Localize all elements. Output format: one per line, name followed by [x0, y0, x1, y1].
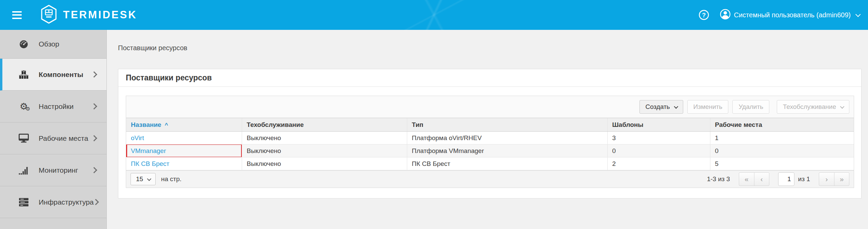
pagination: 1-3 из 3 « ‹ из 1 › » — [707, 172, 849, 186]
resource-providers-card: Поставщики ресурсов Создать Изменить Уда… — [118, 69, 862, 198]
main-content: Поставщики ресурсов Поставщики ресурсов … — [107, 30, 868, 229]
logo: TERMIDESK — [41, 5, 137, 25]
chevron-down-icon — [147, 176, 152, 181]
table-footer: 15 на стр. 1-3 из 3 « ‹ из 1 › — [126, 170, 854, 188]
first-page-button[interactable]: « — [739, 173, 754, 186]
last-page-button[interactable]: » — [834, 173, 849, 186]
sort-asc-icon: ^ — [165, 122, 168, 128]
table-row[interactable]: VMmanager Выключено Платформа VMmanager … — [126, 145, 854, 157]
chevron-right-icon — [91, 135, 97, 141]
cell-maintenance: Выключено — [242, 145, 407, 157]
chevron-right-icon — [93, 199, 99, 205]
cell-type: Платформа VMmanager — [407, 145, 607, 157]
delete-button[interactable]: Удалить — [732, 100, 769, 114]
edit-button[interactable]: Изменить — [687, 100, 729, 114]
provider-link[interactable]: VMmanager — [131, 147, 166, 154]
sidebar-item-overview[interactable]: Обзор — [0, 30, 106, 59]
user-menu[interactable]: Системный пользователь (admin609) — [719, 8, 859, 21]
sidebar-item-label: Мониторинг — [39, 166, 78, 174]
gears-icon: ⚙⚙ — [18, 102, 30, 111]
prev-page-button[interactable]: ‹ — [754, 173, 769, 186]
column-header-type[interactable]: Тип — [407, 118, 607, 132]
maintenance-button[interactable]: Техобслуживание — [777, 100, 849, 114]
sidebar-item-workplaces[interactable]: Рабочие места — [0, 122, 106, 154]
page-number-input[interactable] — [778, 172, 794, 186]
providers-table-panel: Создать Изменить Удалить Техобслуживание — [126, 96, 854, 188]
sidebar-item-label: Компоненты — [39, 71, 83, 79]
page-size-select[interactable]: 15 — [131, 173, 156, 185]
server-stack-icon — [18, 198, 30, 207]
of-pages-label: из 1 — [798, 175, 810, 183]
sidebar-item-components[interactable]: Компоненты — [0, 59, 106, 91]
table-header-row: Название^ Техобслуживание Тип Шаблоны Ра… — [126, 118, 854, 132]
range-label: 1-3 из 3 — [707, 175, 730, 183]
chevron-right-icon — [91, 167, 97, 173]
per-page-label: на стр. — [161, 175, 181, 183]
sidebar: Обзор Компоненты ⚙⚙ Настройки — [0, 30, 107, 229]
cell-templates: 2 — [607, 157, 710, 170]
desktop-icon — [18, 134, 30, 143]
chevron-down-icon — [674, 104, 678, 109]
sidebar-item-monitoring[interactable]: Мониторинг — [0, 154, 106, 186]
table-row[interactable]: ПК СВ Брест Выключено ПК СВ Брест 2 5 — [126, 157, 854, 170]
cell-templates: 0 — [607, 145, 710, 157]
cell-maintenance: Выключено — [242, 157, 407, 170]
cell-maintenance: Выключено — [242, 132, 407, 145]
menu-toggle-icon[interactable] — [12, 11, 22, 19]
cubes-icon — [18, 70, 30, 79]
card-header: Поставщики ресурсов — [118, 69, 861, 87]
cell-type: Платформа oVirt/RHEV — [407, 132, 607, 145]
sidebar-item-label: Обзор — [39, 40, 59, 48]
dashboard-icon — [18, 40, 30, 49]
user-name-label: Системный пользователь (admin609) — [734, 11, 851, 19]
cell-workplaces: 0 — [710, 145, 854, 157]
column-header-name[interactable]: Название^ — [126, 118, 242, 132]
user-avatar-icon — [719, 8, 731, 21]
provider-link[interactable]: ПК СВ Брест — [131, 160, 169, 167]
svg-text:?: ? — [702, 12, 706, 19]
top-header: TERMIDESK ? Системный пользователь (admi… — [0, 0, 868, 30]
create-button[interactable]: Создать — [639, 100, 683, 114]
logo-wordmark: TERMIDESK — [63, 9, 137, 21]
chevron-down-icon — [855, 12, 861, 17]
next-page-button[interactable]: › — [819, 173, 834, 186]
column-header-maintenance[interactable]: Техобслуживание — [242, 118, 407, 132]
card-title: Поставщики ресурсов — [126, 73, 212, 82]
chevron-right-icon — [91, 103, 97, 109]
column-header-workplaces[interactable]: Рабочие места — [710, 118, 854, 132]
sidebar-item-label: Инфраструктура — [39, 198, 94, 206]
cell-type: ПК СВ Брест — [407, 157, 607, 170]
breadcrumb: Поставщики ресурсов — [118, 44, 187, 52]
table-row[interactable]: oVirt Выключено Платформа oVirt/RHEV 3 1 — [126, 132, 854, 145]
sidebar-item-infrastructure[interactable]: Инфраструктура — [0, 186, 106, 218]
sidebar-item-label: Рабочие места — [39, 134, 88, 142]
sidebar-item-label: Настройки — [39, 102, 74, 111]
logo-hexagon-icon — [41, 5, 57, 25]
chevron-down-icon — [840, 104, 845, 109]
signal-bars-icon — [18, 166, 30, 175]
column-header-templates[interactable]: Шаблоны — [607, 118, 710, 132]
cell-workplaces: 1 — [710, 132, 854, 145]
cell-templates: 3 — [607, 132, 710, 145]
chevron-right-icon — [91, 71, 97, 77]
help-icon[interactable]: ? — [698, 9, 709, 20]
provider-link[interactable]: oVirt — [131, 134, 144, 141]
sidebar-item-settings[interactable]: ⚙⚙ Настройки — [0, 91, 106, 122]
providers-table: Название^ Техобслуживание Тип Шаблоны Ра… — [126, 118, 854, 170]
table-toolbar: Создать Изменить Удалить Техобслуживание — [126, 96, 854, 118]
cell-workplaces: 5 — [710, 157, 854, 170]
